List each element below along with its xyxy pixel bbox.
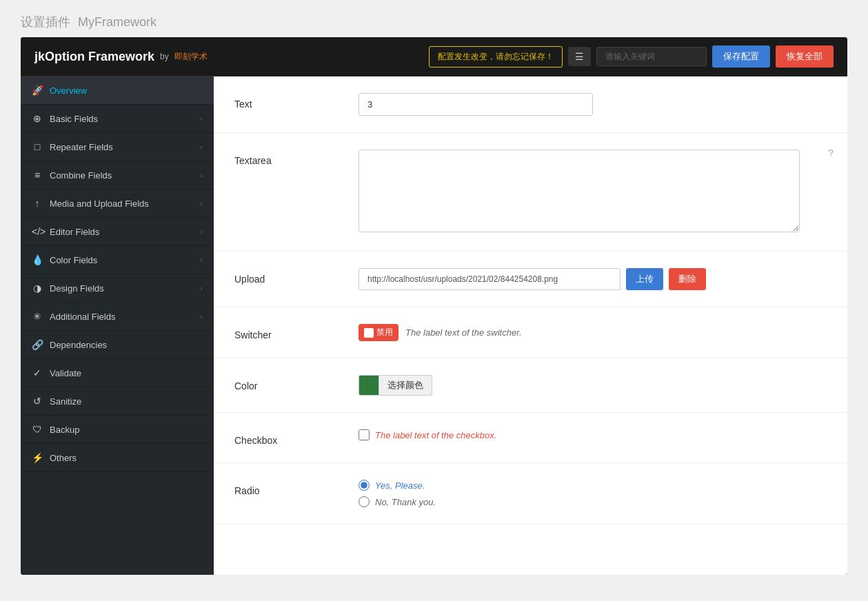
field-control-checkbox: The label text of the checkbox. xyxy=(359,429,827,440)
sidebar-item-label-additional-fields: Additional Fields xyxy=(50,312,115,322)
config-notice: 配置发生改变，请勿忘记保存！ xyxy=(429,46,563,68)
sidebar-item-label-color-fields: Color Fields xyxy=(50,255,97,265)
upload-button[interactable]: 上传 xyxy=(626,268,663,290)
sidebar-item-color-fields[interactable]: 💧Color Fields› xyxy=(21,246,214,274)
delete-button[interactable]: 删除 xyxy=(669,268,706,290)
sidebar-item-label-editor-fields: Editor Fields xyxy=(50,227,99,237)
radio-label-no: No, Thank you. xyxy=(375,497,436,507)
field-label-upload: Upload xyxy=(234,268,359,285)
color-fields-icon: 💧 xyxy=(32,254,43,265)
sidebar-item-backup[interactable]: 🛡Backup xyxy=(21,416,214,444)
sidebar-item-media-upload-fields[interactable]: ↑Media and Upload Fields› xyxy=(21,190,214,218)
field-row-textarea: ?Textarea xyxy=(214,133,847,252)
field-control-radio: Yes, Please.No, Thank you. xyxy=(359,480,827,507)
sidebar-item-others[interactable]: ⚡Others xyxy=(21,444,214,472)
field-row-switcher: Switcher禁用The label text of the switcher… xyxy=(214,307,847,358)
sidebar: 🚀Overview⊕Basic Fields›□Repeater Fields›… xyxy=(21,77,214,575)
color-picker-button[interactable]: 选择颜色 xyxy=(379,375,432,396)
radio-group: Yes, Please.No, Thank you. xyxy=(359,480,827,507)
main-content: Text?TextareaUpload上传删除Switcher禁用The lab… xyxy=(214,77,847,575)
restore-all-button[interactable]: 恢复全部 xyxy=(776,45,834,68)
switcher-state-text: 禁用 xyxy=(376,327,393,338)
text-input-text[interactable] xyxy=(359,93,593,116)
sanitize-icon: ↺ xyxy=(32,396,43,407)
upload-url-input[interactable] xyxy=(359,268,620,290)
sidebar-item-label-basic-fields: Basic Fields xyxy=(50,114,98,124)
field-row-color: Color选择颜色 xyxy=(214,358,847,413)
additional-fields-icon: ✳ xyxy=(32,311,43,322)
save-config-button[interactable]: 保存配置 xyxy=(712,45,770,68)
sidebar-item-overview[interactable]: 🚀Overview xyxy=(21,77,214,105)
menu-icon-button[interactable]: ☰ xyxy=(568,47,591,66)
sidebar-item-editor-fields[interactable]: </>Editor Fields› xyxy=(21,218,214,246)
radio-label-yes: Yes, Please. xyxy=(375,480,425,491)
sidebar-item-basic-fields[interactable]: ⊕Basic Fields› xyxy=(21,105,214,133)
field-label-color: Color xyxy=(234,375,359,391)
validate-icon: ✓ xyxy=(32,367,43,378)
arrow-icon-design-fields: › xyxy=(200,284,203,292)
field-row-radio: RadioYes, Please.No, Thank you. xyxy=(214,463,847,524)
color-swatch[interactable] xyxy=(359,375,379,396)
sidebar-item-label-validate: Validate xyxy=(50,368,81,378)
sidebar-item-combine-fields[interactable]: ≡Combine Fields› xyxy=(21,161,214,190)
sidebar-item-label-combine-fields: Combine Fields xyxy=(50,170,112,181)
field-control-textarea xyxy=(359,150,827,234)
arrow-icon-basic-fields: › xyxy=(200,114,203,123)
help-icon-textarea[interactable]: ? xyxy=(828,147,834,159)
sidebar-item-repeater-fields[interactable]: □Repeater Fields› xyxy=(21,133,214,161)
sidebar-item-label-repeater-fields: Repeater Fields xyxy=(50,142,113,152)
app-by: by xyxy=(160,52,169,61)
sidebar-item-label-dependencies: Dependencies xyxy=(50,340,107,350)
field-row-text: Text xyxy=(214,77,847,133)
field-label-text: Text xyxy=(234,93,359,110)
overview-icon: 🚀 xyxy=(32,85,43,96)
field-control-upload: 上传删除 xyxy=(359,268,827,290)
field-label-checkbox: Checkbox xyxy=(234,429,359,446)
media-upload-fields-icon: ↑ xyxy=(32,198,43,209)
sidebar-item-label-media-upload-fields: Media and Upload Fields xyxy=(50,198,149,209)
field-control-text xyxy=(359,93,827,116)
sidebar-item-design-fields[interactable]: ◑Design Fields› xyxy=(21,274,214,303)
sidebar-item-label-design-fields: Design Fields xyxy=(50,283,104,294)
switcher-description: The label text of the switcher. xyxy=(405,327,522,338)
field-label-textarea: Textarea xyxy=(234,150,359,166)
checkbox-label: The label text of the checkbox. xyxy=(375,430,496,440)
sidebar-item-label-others: Others xyxy=(50,453,77,463)
field-row-checkbox: CheckboxThe label text of the checkbox. xyxy=(214,413,847,463)
radio-option-yes[interactable] xyxy=(359,480,370,491)
arrow-icon-combine-fields: › xyxy=(200,171,203,179)
dependencies-icon: 🔗 xyxy=(32,339,43,350)
sidebar-item-label-sanitize: Sanitize xyxy=(50,396,81,407)
field-control-switcher: 禁用The label text of the switcher. xyxy=(359,324,827,341)
arrow-icon-repeater-fields: › xyxy=(200,143,203,151)
field-label-switcher: Switcher xyxy=(234,324,359,340)
field-label-radio: Radio xyxy=(234,480,359,496)
app-title: jkOption Framework xyxy=(34,50,154,64)
arrow-icon-additional-fields: › xyxy=(200,312,203,320)
app-body: 🚀Overview⊕Basic Fields›□Repeater Fields›… xyxy=(21,77,847,575)
sidebar-item-sanitize[interactable]: ↺Sanitize xyxy=(21,387,214,416)
checkbox-input[interactable] xyxy=(359,429,370,440)
search-input[interactable] xyxy=(596,47,707,66)
radio-option-no[interactable] xyxy=(359,496,370,507)
sidebar-item-dependencies[interactable]: 🔗Dependencies xyxy=(21,331,214,359)
repeater-fields-icon: □ xyxy=(32,141,43,152)
field-control-color: 选择颜色 xyxy=(359,375,827,396)
sidebar-item-additional-fields[interactable]: ✳Additional Fields› xyxy=(21,303,214,331)
arrow-icon-editor-fields: › xyxy=(200,227,203,236)
app-wrapper: jkOption Framework by 即刻学术 配置发生改变，请勿忘记保存… xyxy=(21,37,847,575)
combine-fields-icon: ≡ xyxy=(32,170,43,181)
sidebar-item-label-backup: Backup xyxy=(50,425,79,435)
field-row-upload: Upload上传删除 xyxy=(214,252,847,307)
sidebar-item-validate[interactable]: ✓Validate xyxy=(21,359,214,387)
design-fields-icon: ◑ xyxy=(32,283,43,294)
switcher-toggle[interactable]: 禁用 xyxy=(359,324,398,341)
arrow-icon-media-upload-fields: › xyxy=(200,199,203,207)
backup-icon: 🛡 xyxy=(32,424,43,435)
app-author: 即刻学术 xyxy=(174,51,208,63)
others-icon: ⚡ xyxy=(32,452,43,463)
basic-fields-icon: ⊕ xyxy=(32,113,43,124)
arrow-icon-color-fields: › xyxy=(200,256,203,264)
textarea-input[interactable] xyxy=(359,150,800,232)
editor-fields-icon: </> xyxy=(32,226,43,237)
